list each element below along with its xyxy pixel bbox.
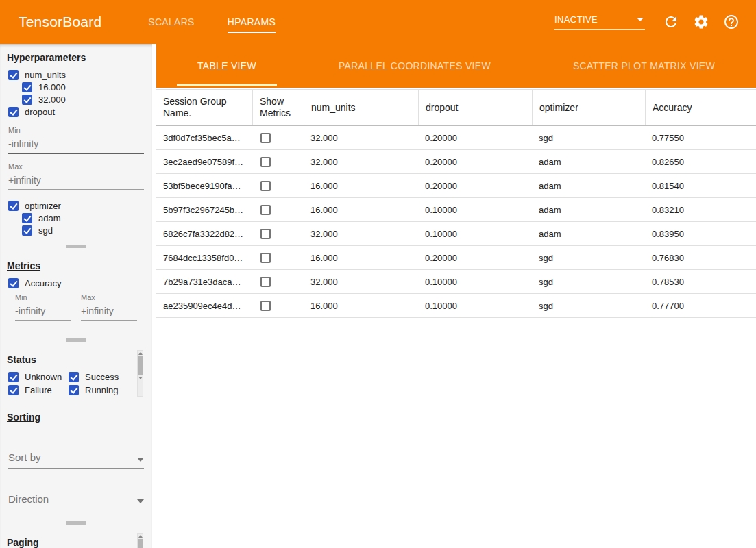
scroll-up-arrow-icon[interactable] [138, 535, 143, 538]
tab-scalars[interactable]: SCALARS [132, 0, 210, 44]
direction-select[interactable]: Direction [8, 493, 144, 510]
scroll-up-arrow-icon[interactable] [138, 352, 143, 355]
success-label: Success [85, 372, 119, 382]
status-running: Running [69, 384, 136, 396]
show-metrics-checkbox[interactable] [260, 205, 271, 215]
dropout-value: 0.10000 [418, 301, 532, 311]
running-checkbox[interactable] [69, 385, 79, 395]
accuracy-label: Accuracy [25, 278, 61, 288]
paging-scrollbar[interactable] [137, 533, 143, 548]
metric-accuracy: Accuracy [0, 277, 152, 289]
reload-mode-select[interactable]: INACTIVE [554, 14, 645, 30]
unknown-label: Unknown [25, 372, 62, 382]
metric-max-input[interactable] [81, 303, 137, 321]
accuracy-value: 0.83950 [645, 229, 756, 239]
status-failure: Failure [8, 384, 69, 396]
section-resize-handle[interactable] [66, 245, 86, 248]
accuracy-checkbox[interactable] [8, 278, 19, 288]
num-units-label: num_units [25, 70, 66, 80]
table-row: 5b97f3c2967245b… 16.000 0.10000 adam 0.8… [156, 198, 756, 222]
main-nav: SCALARS HPARAMS [132, 0, 292, 44]
dropout-value: 0.20000 [418, 157, 532, 167]
status-section: Status Unknown Success Failure Running [0, 346, 152, 397]
col-dropout: dropout [418, 90, 532, 125]
accuracy-value: 0.77550 [645, 133, 756, 143]
status-heading: Status [0, 346, 137, 371]
paging-heading: Paging [0, 529, 136, 548]
topbar-actions: INACTIVE [554, 14, 756, 30]
adam-checkbox[interactable] [22, 213, 32, 223]
running-label: Running [85, 385, 118, 395]
tab-parallel-coordinates-view[interactable]: PARALLEL COORDINATES VIEW [318, 44, 511, 88]
optimizer-checkbox[interactable] [8, 201, 19, 211]
optimizer-value: adam [532, 205, 645, 215]
status-scrollbar[interactable] [137, 350, 143, 397]
session-group-name: 3df0d7cf35bec5a… [156, 133, 252, 143]
optimizer-value: sgd [532, 277, 645, 287]
hparam-num-units: num_units [0, 68, 152, 81]
dropout-value: 0.10000 [418, 229, 532, 239]
section-resize-handle[interactable] [66, 521, 86, 525]
sgd-label: sgd [38, 225, 53, 236]
dropout-value: 0.20000 [418, 133, 532, 143]
tab-table-view[interactable]: TABLE VIEW [177, 44, 277, 88]
show-metrics-checkbox[interactable] [260, 301, 271, 311]
success-checkbox[interactable] [69, 372, 79, 382]
table-row: ae235909ec4e4d… 16.000 0.10000 sgd 0.777… [156, 294, 756, 318]
sort-by-select[interactable]: Sort by [8, 451, 144, 469]
hparam-dropout: dropout [0, 105, 152, 118]
num-units-value: 16.000 [304, 181, 418, 191]
dropout-max-input[interactable] [8, 172, 144, 190]
sorting-heading: Sorting [0, 403, 152, 428]
section-resize-handle[interactable] [66, 338, 86, 342]
hparam-optimizer-adam: adam [0, 212, 152, 224]
scrollbar-thumb[interactable] [138, 539, 143, 548]
dropout-min-input[interactable] [8, 136, 144, 154]
accuracy-value: 0.77700 [645, 301, 756, 311]
dropdown-arrow-icon [637, 18, 644, 21]
show-metrics-checkbox[interactable] [260, 157, 271, 167]
session-group-name: ae235909ec4e4d… [156, 301, 252, 311]
dropdown-arrow-icon [137, 458, 144, 462]
refresh-icon[interactable] [663, 14, 679, 30]
table-row: 7b29a731e3daca… 32.000 0.10000 sgd 0.785… [156, 270, 756, 294]
show-metrics-checkbox[interactable] [260, 181, 271, 191]
show-metrics-checkbox[interactable] [260, 229, 271, 239]
session-group-name: 5b97f3c2967245b… [156, 205, 252, 215]
tensorboard-app: TensorBoard SCALARS HPARAMS INACTIVE Hyp… [0, 0, 756, 548]
metric-min-field: Min [15, 293, 71, 321]
dropout-value: 0.20000 [418, 181, 532, 191]
col-show-metrics: Show Metrics [252, 90, 304, 125]
view-tabs: TABLE VIEW PARALLEL COORDINATES VIEW SCA… [156, 44, 756, 88]
hyperparameters-heading: Hyperparameters [0, 44, 152, 68]
topbar: TensorBoard SCALARS HPARAMS INACTIVE [0, 0, 756, 44]
tab-scatter-plot-matrix-view[interactable]: SCATTER PLOT MATRIX VIEW [552, 44, 735, 88]
app-title: TensorBoard [0, 14, 101, 30]
optimizer-value: sgd [532, 133, 645, 143]
settings-icon[interactable] [693, 14, 709, 30]
value-32-checkbox[interactable] [22, 95, 32, 105]
session-group-name: 3ec2aed9e07589f… [156, 157, 252, 167]
help-icon[interactable] [723, 14, 740, 30]
value-16-checkbox[interactable] [22, 82, 32, 92]
tab-hparams[interactable]: HPARAMS [211, 0, 292, 44]
failure-checkbox[interactable] [8, 385, 19, 395]
show-metrics-checkbox[interactable] [260, 277, 271, 287]
metric-minmax-row: Min Max [15, 293, 152, 321]
num-units-value: 16.000 [304, 301, 418, 311]
show-metrics-checkbox[interactable] [260, 253, 271, 263]
value-32-label: 32.000 [38, 95, 66, 105]
table-row: 53bf5bece9190fa… 16.000 0.20000 adam 0.8… [156, 174, 756, 198]
metric-min-input[interactable] [15, 303, 71, 321]
scroll-down-arrow-icon[interactable] [138, 377, 143, 379]
sgd-checkbox[interactable] [22, 225, 32, 236]
dropout-checkbox[interactable] [8, 107, 19, 117]
num-units-value: 32.000 [304, 157, 418, 167]
unknown-checkbox[interactable] [8, 372, 19, 382]
num-units-value: 16.000 [304, 205, 418, 215]
num-units-checkbox[interactable] [8, 70, 19, 80]
scrollbar-thumb[interactable] [138, 356, 143, 375]
show-metrics-checkbox[interactable] [260, 133, 271, 143]
num-units-value: 32.000 [304, 133, 418, 143]
paging-section: Paging Number of matching session groups… [0, 529, 152, 548]
